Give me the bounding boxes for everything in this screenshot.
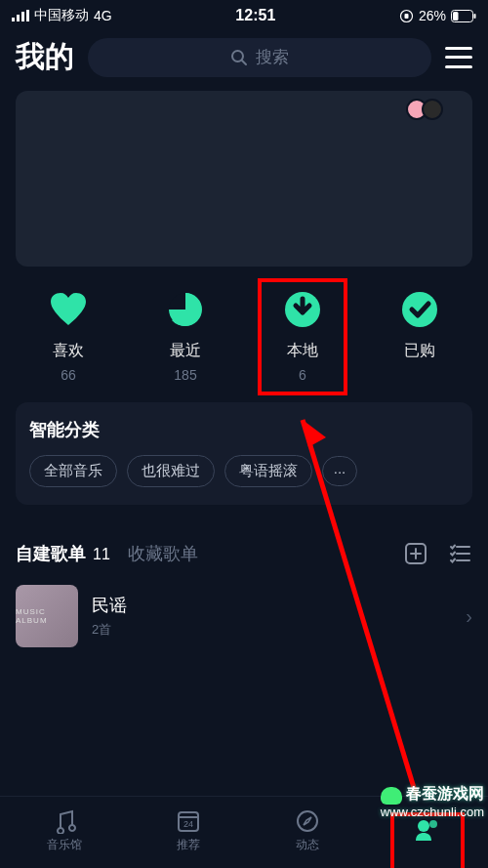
carrier-label: 中国移动: [34, 7, 89, 24]
svg-text:24: 24: [183, 819, 193, 829]
shortcut-count: 185: [174, 367, 196, 383]
shortcut-recent[interactable]: 最近 185: [127, 288, 244, 383]
nav-recommend[interactable]: 24 推荐: [176, 808, 201, 853]
search-icon: [230, 49, 248, 66]
add-playlist-icon[interactable]: [404, 542, 427, 565]
svg-point-14: [402, 292, 437, 327]
battery-icon: [451, 10, 476, 22]
svg-rect-7: [453, 12, 459, 21]
rotation-lock-icon: [399, 9, 414, 23]
svg-rect-3: [26, 10, 29, 21]
nav-label: 音乐馆: [47, 837, 82, 853]
nav-label: 推荐: [177, 837, 200, 853]
svg-rect-8: [473, 14, 475, 19]
tab-fav-playlists[interactable]: 收藏歌单: [128, 542, 198, 565]
chip-row: 全部音乐 也很难过 粤语摇滚 ···: [29, 455, 459, 487]
watermark-logo-icon: [381, 787, 402, 805]
status-right: 26%: [399, 8, 476, 23]
playlist-actions: [404, 542, 472, 565]
playlist-name: 民谣: [92, 594, 127, 617]
chip-all-music[interactable]: 全部音乐: [29, 455, 117, 487]
calendar-icon: 24: [176, 808, 201, 834]
search-placeholder: 搜索: [256, 46, 289, 68]
header: 我的 搜索: [0, 31, 488, 91]
shortcut-like[interactable]: 喜欢 66: [10, 288, 127, 383]
tab-self-playlists[interactable]: 自建歌单 11: [16, 542, 110, 565]
smart-category-card: 智能分类 全部音乐 也很难过 粤语摇滚 ···: [16, 402, 472, 505]
check-icon: [398, 288, 441, 331]
status-bar: 中国移动 4G 12:51 26%: [0, 0, 488, 31]
svg-line-10: [242, 61, 246, 64]
svg-rect-5: [404, 14, 408, 19]
shortcut-label: 喜欢: [53, 341, 84, 361]
tab-label: 自建歌单: [16, 544, 86, 563]
page-title: 我的: [16, 37, 74, 77]
avatar: [422, 99, 443, 120]
nav-moments[interactable]: 动态: [295, 808, 320, 853]
svg-rect-0: [12, 18, 15, 21]
chevron-right-icon: ›: [466, 605, 472, 628]
tab-count: 11: [93, 546, 110, 562]
watermark-line1: 春蚕游戏网: [406, 785, 484, 802]
playlist-info: 民谣 2首: [92, 594, 127, 639]
heart-icon: [47, 288, 90, 331]
profile-banner[interactable]: [16, 91, 472, 267]
playlist-cover: MUSIC ALBUM: [16, 585, 78, 647]
clock-icon: [164, 288, 207, 331]
search-input[interactable]: 搜索: [88, 38, 431, 77]
playlist-sub: 2首: [92, 621, 127, 639]
music-icon: [52, 808, 77, 834]
shortcut-label: 已购: [404, 341, 435, 361]
shortcut-bought[interactable]: 已购: [361, 288, 478, 383]
manage-playlist-icon[interactable]: [449, 542, 472, 565]
shortcut-local[interactable]: 本地 6: [244, 288, 361, 383]
playlist-item[interactable]: MUSIC ALBUM 民谣 2首 ›: [0, 579, 488, 653]
svg-point-26: [298, 811, 317, 831]
smart-category-title: 智能分类: [29, 418, 459, 441]
nav-label: 动态: [296, 837, 319, 853]
annotation-highlight: [258, 278, 347, 395]
chip-cantonese-rock[interactable]: 粤语摇滚: [224, 455, 312, 487]
clock: 12:51: [235, 7, 275, 24]
signal-icon: [12, 10, 29, 21]
svg-rect-2: [21, 12, 24, 21]
network-label: 4G: [94, 8, 112, 23]
shortcut-label: 最近: [170, 341, 201, 361]
nav-library[interactable]: 音乐馆: [47, 808, 82, 853]
battery-pct: 26%: [419, 8, 446, 23]
playlist-tabs: 自建歌单 11 收藏歌单: [0, 515, 488, 579]
banner-avatars: [412, 99, 443, 120]
chip-sad[interactable]: 也很难过: [127, 455, 215, 487]
compass-icon: [295, 808, 320, 834]
svg-rect-1: [17, 15, 20, 21]
status-left: 中国移动 4G: [12, 7, 112, 24]
shortcuts-row: 喜欢 66 最近 185 本地 6 已购: [0, 267, 488, 393]
watermark: 春蚕游戏网 www.czchunli.com: [381, 784, 484, 821]
shortcut-count: 66: [61, 367, 76, 383]
menu-button[interactable]: [445, 47, 472, 68]
watermark-line2: www.czchunli.com: [381, 805, 484, 819]
chip-more[interactable]: ···: [322, 456, 357, 486]
